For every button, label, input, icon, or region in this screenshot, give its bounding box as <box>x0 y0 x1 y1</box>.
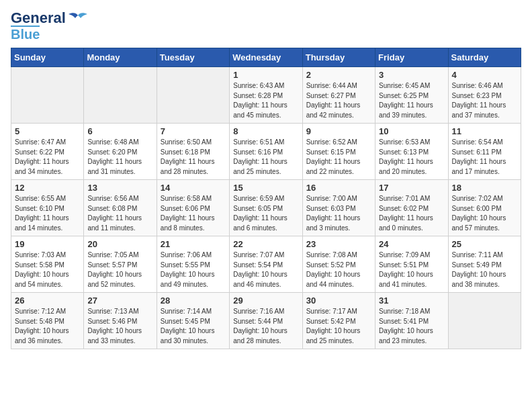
day-info: Sunrise: 7:12 AM Sunset: 5:48 PM Dayligh… <box>15 307 80 346</box>
calendar-cell: 6Sunrise: 6:48 AM Sunset: 6:20 PM Daylig… <box>84 124 157 180</box>
calendar-cell: 7Sunrise: 6:50 AM Sunset: 6:18 PM Daylig… <box>157 124 229 180</box>
day-number: 6 <box>87 126 152 136</box>
day-number: 15 <box>233 183 298 193</box>
calendar-cell: 28Sunrise: 7:14 AM Sunset: 5:45 PM Dayli… <box>157 293 229 349</box>
weekday-header-sunday: Sunday <box>11 48 84 67</box>
day-info: Sunrise: 7:02 AM Sunset: 6:00 PM Dayligh… <box>452 194 517 233</box>
logo-blue-text: Blue <box>11 26 40 41</box>
day-info: Sunrise: 6:54 AM Sunset: 6:11 PM Dayligh… <box>452 138 517 177</box>
day-number: 12 <box>15 183 80 193</box>
day-number: 23 <box>306 239 371 249</box>
calendar-cell: 30Sunrise: 7:17 AM Sunset: 5:42 PM Dayli… <box>302 293 375 349</box>
day-number: 5 <box>15 126 80 136</box>
calendar-cell: 9Sunrise: 6:52 AM Sunset: 6:15 PM Daylig… <box>302 124 375 180</box>
day-number: 1 <box>233 70 298 80</box>
day-number: 24 <box>379 239 444 249</box>
day-info: Sunrise: 6:46 AM Sunset: 6:23 PM Dayligh… <box>452 81 517 120</box>
calendar-cell: 14Sunrise: 6:58 AM Sunset: 6:06 PM Dayli… <box>157 180 229 236</box>
weekday-header-monday: Monday <box>84 48 157 67</box>
day-number: 21 <box>161 239 226 249</box>
day-number: 31 <box>379 295 444 306</box>
calendar-cell: 3Sunrise: 6:45 AM Sunset: 6:25 PM Daylig… <box>375 67 448 124</box>
day-info: Sunrise: 7:01 AM Sunset: 6:02 PM Dayligh… <box>379 194 444 233</box>
day-number: 3 <box>379 70 444 80</box>
calendar-cell: 21Sunrise: 7:06 AM Sunset: 5:55 PM Dayli… <box>157 236 229 293</box>
calendar-cell: 22Sunrise: 7:07 AM Sunset: 5:54 PM Dayli… <box>230 236 302 293</box>
day-info: Sunrise: 7:11 AM Sunset: 5:49 PM Dayligh… <box>452 250 517 289</box>
calendar-cell: 26Sunrise: 7:12 AM Sunset: 5:48 PM Dayli… <box>11 293 84 349</box>
calendar-cell: 25Sunrise: 7:11 AM Sunset: 5:49 PM Dayli… <box>448 236 521 293</box>
calendar-week-3: 12Sunrise: 6:55 AM Sunset: 6:10 PM Dayli… <box>11 180 521 236</box>
day-info: Sunrise: 7:16 AM Sunset: 5:44 PM Dayligh… <box>233 307 298 346</box>
day-number: 17 <box>379 183 444 193</box>
day-number: 18 <box>452 183 517 193</box>
weekday-header-tuesday: Tuesday <box>157 48 229 67</box>
calendar-cell: 10Sunrise: 6:53 AM Sunset: 6:13 PM Dayli… <box>375 124 448 180</box>
calendar-cell <box>11 67 84 124</box>
calendar-cell: 24Sunrise: 7:09 AM Sunset: 5:51 PM Dayli… <box>375 236 448 293</box>
day-info: Sunrise: 7:05 AM Sunset: 5:57 PM Dayligh… <box>87 250 152 289</box>
calendar-cell: 5Sunrise: 6:47 AM Sunset: 6:22 PM Daylig… <box>11 124 84 180</box>
day-info: Sunrise: 6:51 AM Sunset: 6:16 PM Dayligh… <box>233 138 298 177</box>
weekday-header-wednesday: Wednesday <box>230 48 302 67</box>
day-info: Sunrise: 6:56 AM Sunset: 6:08 PM Dayligh… <box>87 194 152 233</box>
day-info: Sunrise: 7:03 AM Sunset: 5:58 PM Dayligh… <box>15 250 80 289</box>
day-info: Sunrise: 6:48 AM Sunset: 6:20 PM Dayligh… <box>87 138 152 177</box>
day-number: 9 <box>306 126 371 136</box>
day-info: Sunrise: 7:18 AM Sunset: 5:41 PM Dayligh… <box>379 307 444 346</box>
day-number: 2 <box>306 70 371 80</box>
logo-text: General <box>11 11 66 26</box>
weekday-header-saturday: Saturday <box>448 48 521 67</box>
calendar-cell: 12Sunrise: 6:55 AM Sunset: 6:10 PM Dayli… <box>11 180 84 236</box>
day-number: 13 <box>87 183 152 193</box>
calendar-cell: 29Sunrise: 7:16 AM Sunset: 5:44 PM Dayli… <box>230 293 302 349</box>
day-info: Sunrise: 7:14 AM Sunset: 5:45 PM Dayligh… <box>161 307 226 346</box>
calendar-cell: 11Sunrise: 6:54 AM Sunset: 6:11 PM Dayli… <box>448 124 521 180</box>
weekday-header-thursday: Thursday <box>302 48 375 67</box>
weekday-header-row: SundayMondayTuesdayWednesdayThursdayFrid… <box>11 48 521 67</box>
calendar-cell: 16Sunrise: 7:00 AM Sunset: 6:03 PM Dayli… <box>302 180 375 236</box>
day-info: Sunrise: 7:00 AM Sunset: 6:03 PM Dayligh… <box>306 194 371 233</box>
calendar-cell <box>84 67 157 124</box>
calendar-cell: 18Sunrise: 7:02 AM Sunset: 6:00 PM Dayli… <box>448 180 521 236</box>
calendar-cell <box>157 67 229 124</box>
calendar-table: SundayMondayTuesdayWednesdayThursdayFrid… <box>11 48 521 349</box>
logo: General Blue <box>11 11 87 41</box>
calendar-cell: 1Sunrise: 6:43 AM Sunset: 6:28 PM Daylig… <box>230 67 302 124</box>
day-number: 22 <box>233 239 298 249</box>
day-number: 14 <box>161 183 226 193</box>
calendar-cell: 15Sunrise: 6:59 AM Sunset: 6:05 PM Dayli… <box>230 180 302 236</box>
calendar-cell: 31Sunrise: 7:18 AM Sunset: 5:41 PM Dayli… <box>375 293 448 349</box>
day-number: 8 <box>233 126 298 136</box>
day-info: Sunrise: 7:09 AM Sunset: 5:51 PM Dayligh… <box>379 250 444 289</box>
day-info: Sunrise: 6:45 AM Sunset: 6:25 PM Dayligh… <box>379 81 444 120</box>
day-info: Sunrise: 7:13 AM Sunset: 5:46 PM Dayligh… <box>87 307 152 346</box>
weekday-header-friday: Friday <box>375 48 448 67</box>
day-info: Sunrise: 7:17 AM Sunset: 5:42 PM Dayligh… <box>306 307 371 346</box>
day-number: 30 <box>306 295 371 306</box>
day-number: 29 <box>233 295 298 306</box>
day-info: Sunrise: 6:47 AM Sunset: 6:22 PM Dayligh… <box>15 138 80 177</box>
day-info: Sunrise: 7:06 AM Sunset: 5:55 PM Dayligh… <box>161 250 226 289</box>
day-info: Sunrise: 6:53 AM Sunset: 6:13 PM Dayligh… <box>379 138 444 177</box>
calendar-week-4: 19Sunrise: 7:03 AM Sunset: 5:58 PM Dayli… <box>11 236 521 293</box>
day-number: 11 <box>452 126 517 136</box>
day-info: Sunrise: 6:58 AM Sunset: 6:06 PM Dayligh… <box>161 194 226 233</box>
day-number: 27 <box>87 295 152 306</box>
calendar-cell: 4Sunrise: 6:46 AM Sunset: 6:23 PM Daylig… <box>448 67 521 124</box>
day-number: 28 <box>161 295 226 306</box>
day-info: Sunrise: 6:59 AM Sunset: 6:05 PM Dayligh… <box>233 194 298 233</box>
calendar-cell <box>448 293 521 349</box>
calendar-week-5: 26Sunrise: 7:12 AM Sunset: 5:48 PM Dayli… <box>11 293 521 349</box>
day-info: Sunrise: 7:07 AM Sunset: 5:54 PM Dayligh… <box>233 250 298 289</box>
day-info: Sunrise: 6:43 AM Sunset: 6:28 PM Dayligh… <box>233 81 298 120</box>
bird-icon <box>69 12 87 24</box>
day-info: Sunrise: 6:44 AM Sunset: 6:27 PM Dayligh… <box>306 81 371 120</box>
day-info: Sunrise: 6:50 AM Sunset: 6:18 PM Dayligh… <box>161 138 226 177</box>
day-number: 19 <box>15 239 80 249</box>
day-number: 4 <box>452 70 517 80</box>
calendar-week-1: 1Sunrise: 6:43 AM Sunset: 6:28 PM Daylig… <box>11 67 521 124</box>
day-number: 26 <box>15 295 80 306</box>
calendar-week-2: 5Sunrise: 6:47 AM Sunset: 6:22 PM Daylig… <box>11 124 521 180</box>
day-number: 10 <box>379 126 444 136</box>
